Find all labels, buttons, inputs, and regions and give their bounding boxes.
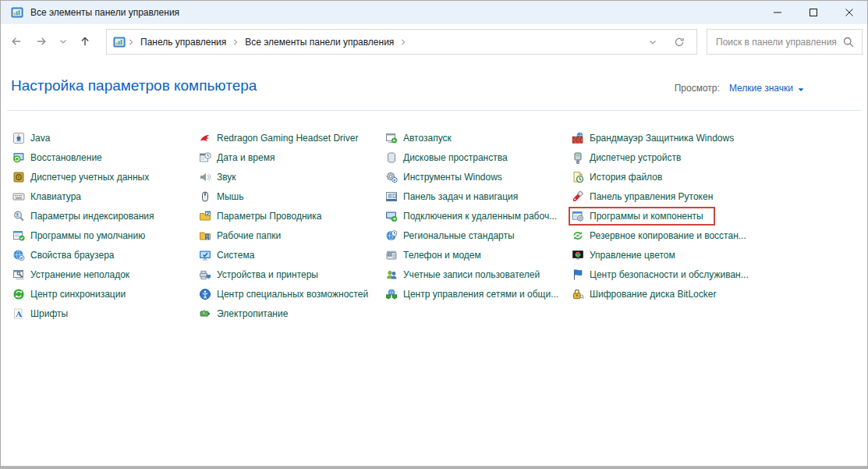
breadcrumb-chevron-icon[interactable] [230, 37, 241, 48]
control-panel-item[interactable]: Программы по умолчанию [9, 226, 196, 245]
date-time-icon [199, 151, 211, 164]
windows-tools-icon [385, 171, 398, 183]
address-location-icon[interactable] [113, 36, 126, 48]
close-button[interactable] [831, 1, 867, 24]
java-icon [12, 132, 25, 144]
item-content: Redragon Gaming Headset Driver [196, 129, 361, 147]
control-panel-item[interactable]: Диспетчер устройств [569, 147, 755, 167]
control-panel-item[interactable]: Центр синхронизации [9, 284, 196, 304]
item-content: AШрифты [9, 304, 71, 323]
view-mode-dropdown[interactable]: Мелкие значки [729, 83, 806, 94]
control-panel-item[interactable]: Java [9, 128, 196, 147]
control-panel-item[interactable]: Учетные записи пользователей [382, 265, 569, 284]
minimize-button[interactable] [760, 1, 795, 24]
control-panel-item[interactable]: Центр специальных возможностей [196, 284, 382, 304]
control-panel-item[interactable]: Дисковые пространства [382, 147, 569, 167]
control-panel-item[interactable]: AШрифты [9, 304, 196, 323]
firewall-icon [572, 132, 584, 144]
items-column: Redragon Gaming Headset DriverДата и вре… [196, 128, 382, 323]
address-bar[interactable]: Панель управленияВсе элементы панели упр… [106, 29, 697, 55]
storage-spaces-icon [385, 151, 398, 164]
control-panel-item[interactable]: Региональные стандарты [382, 226, 569, 245]
control-panel-item[interactable]: Звук [196, 167, 382, 187]
control-panel-item[interactable]: Шифрование диска BitLocker [569, 284, 755, 304]
control-panel-item[interactable]: Электропитание [196, 304, 382, 323]
refresh-icon[interactable] [673, 36, 686, 48]
item-label: Параметры Проводника [217, 211, 321, 222]
control-panel-item[interactable]: Устранение неполадок [9, 265, 196, 284]
dropdown-triangle-icon [796, 83, 806, 93]
search-box [707, 29, 863, 55]
item-content: Брандмауэр Защитника Windows [569, 129, 737, 147]
control-panel-item[interactable]: Дата и время [196, 147, 382, 167]
control-panel-item[interactable]: Панель управления Рутокен [569, 187, 755, 206]
backup-restore-icon [572, 229, 584, 242]
breadcrumb-chevron-icon[interactable] [126, 37, 136, 48]
view-label: Просмотр: [675, 83, 720, 94]
item-label: Учетные записи пользователей [403, 269, 540, 280]
redragon-icon [199, 132, 211, 144]
device-manager-icon [572, 151, 584, 164]
item-content: Шифрование диска BitLocker [569, 285, 719, 304]
recent-locations-button[interactable] [54, 30, 73, 53]
control-panel-item[interactable]: Устройства и принтеры [196, 265, 382, 284]
control-panel-item[interactable]: Инструменты Windows [382, 167, 569, 187]
minimize-icon [771, 6, 784, 19]
search-input[interactable] [714, 36, 842, 48]
autoplay-icon [385, 132, 398, 144]
item-label: Брандмауэр Защитника Windows [590, 133, 734, 144]
control-panel-item[interactable]: Автозапуск [382, 128, 569, 147]
control-panel-item[interactable]: Панель задач и навигация [382, 187, 569, 206]
control-panel-item[interactable]: История файлов [569, 167, 755, 187]
control-panel-item[interactable]: Центр безопасности и обслуживан... [569, 265, 755, 284]
back-button[interactable] [4, 30, 29, 53]
item-label: История файлов [590, 172, 662, 183]
control-panel-item[interactable]: Программы и компоненты [569, 206, 755, 226]
control-panel-item[interactable]: Клавиатура [9, 187, 196, 206]
control-panel-item[interactable]: Восстановление [9, 147, 196, 167]
item-label: Панель задач и навигация [403, 191, 518, 202]
item-label: Панель управления Рутокен [590, 191, 713, 202]
item-content: Инструменты Windows [382, 168, 505, 187]
control-panel-item[interactable]: Брандмауэр Защитника Windows [569, 128, 755, 147]
item-label: Подключения к удаленным рабоч... [403, 211, 557, 222]
explorer-options-icon [199, 210, 211, 222]
item-content: Управление цветом [569, 246, 678, 265]
item-label: Redragon Gaming Headset Driver [217, 133, 358, 144]
up-button[interactable] [73, 30, 97, 53]
item-label: Центр управления сетями и общи... [403, 289, 558, 300]
breadcrumb-chevron-icon[interactable] [398, 37, 409, 48]
item-label: Шрифты [30, 308, 68, 319]
control-panel-item[interactable]: Телефон и модем [382, 245, 569, 265]
fonts-icon: A [12, 307, 25, 320]
up-icon [79, 35, 91, 48]
control-panel-window: Все элементы панели управления Панель уп… [0, 0, 868, 469]
maximize-button[interactable] [795, 1, 831, 24]
control-panel-item[interactable]: Свойства браузера [9, 245, 196, 265]
item-content: Электропитание [196, 304, 291, 323]
control-panel-item[interactable]: Мышь [196, 187, 382, 206]
item-label: Java [30, 133, 50, 144]
control-panel-item[interactable]: Подключения к удаленным рабоч... [382, 206, 569, 226]
search-icon [842, 36, 855, 48]
control-panel-item[interactable]: Redragon Gaming Headset Driver [196, 128, 382, 147]
breadcrumb-item[interactable]: Все элементы панели управления [241, 37, 398, 48]
control-panel-item[interactable]: Система [196, 245, 382, 265]
item-content: Свойства браузера [9, 246, 118, 265]
forward-icon [35, 35, 48, 48]
control-panel-item[interactable]: Центр управления сетями и общи... [382, 284, 569, 304]
control-panel-item[interactable]: Параметры индексирования [9, 206, 196, 226]
page-title: Настройка параметров компьютера [11, 77, 257, 94]
control-panel-item[interactable]: Рабочие папки [196, 226, 382, 245]
forward-button[interactable] [29, 30, 54, 53]
control-panel-item[interactable]: Параметры Проводника [196, 206, 382, 226]
control-panel-item[interactable]: Управление цветом [569, 245, 755, 265]
control-panel-item[interactable]: Диспетчер учетных данных [9, 167, 196, 187]
control-panel-item[interactable]: Резервное копирование и восстан... [569, 226, 755, 245]
address-bar-controls [647, 36, 690, 48]
breadcrumb-item[interactable]: Панель управления [136, 37, 230, 48]
item-content: Рабочие папки [196, 226, 284, 245]
address-dropdown-icon[interactable] [647, 36, 659, 48]
item-content: Учетные записи пользователей [382, 265, 543, 284]
item-label: Центр синхронизации [30, 289, 126, 300]
